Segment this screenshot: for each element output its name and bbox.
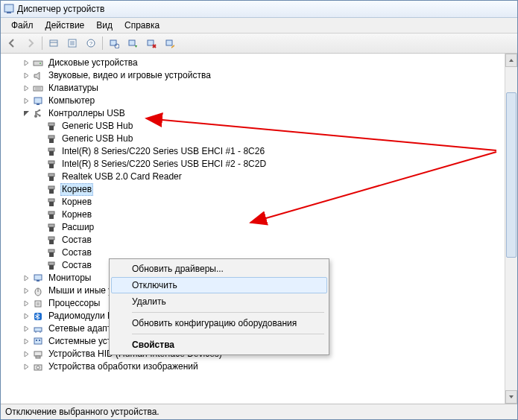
tree-node-label: Дисковые устройства bbox=[47, 57, 139, 69]
monitor-icon bbox=[32, 273, 44, 284]
svg-rect-12 bbox=[129, 40, 135, 45]
tree-node-usb-child-5[interactable]: Корнев bbox=[5, 183, 505, 196]
scrollbar-thumb[interactable] bbox=[506, 92, 517, 258]
svg-point-24 bbox=[34, 115, 37, 118]
computer-icon bbox=[32, 95, 44, 107]
toolbar-help-button[interactable]: ? bbox=[82, 34, 100, 52]
tree-node-usb-child-8[interactable]: Расшир bbox=[5, 221, 505, 234]
expander-icon[interactable] bbox=[22, 287, 31, 296]
tree-node-label: Состав bbox=[60, 234, 93, 246]
svg-rect-32 bbox=[48, 136, 54, 139]
vertical-scrollbar[interactable] bbox=[505, 54, 517, 404]
audio-icon bbox=[32, 70, 44, 82]
context-menu-properties[interactable]: Свойства bbox=[111, 337, 327, 353]
tree-node-usb-child-0[interactable]: Generic USB Hub bbox=[5, 120, 505, 133]
tree-node-usb-child-6[interactable]: Корнев bbox=[5, 196, 505, 209]
tree-node-usb-category[interactable]: Контроллеры USB bbox=[5, 107, 505, 120]
tree-node-usb-child-4[interactable]: Realtek USB 2.0 Card Reader bbox=[5, 171, 505, 183]
scroll-down-arrow-icon[interactable] bbox=[505, 390, 517, 404]
toolbar-update-driver-button[interactable] bbox=[124, 34, 142, 52]
tree-node-label: Компьютер bbox=[47, 95, 96, 107]
expander-icon[interactable] bbox=[22, 84, 31, 93]
tree-node-label: Корнев bbox=[60, 209, 93, 221]
tree-node-cat-top-1[interactable]: Звуковые, видео и игровые устройства bbox=[5, 69, 505, 82]
tree-node-label: Контроллеры USB bbox=[47, 107, 127, 120]
toolbar-back-button[interactable] bbox=[3, 34, 21, 52]
expander-icon[interactable] bbox=[22, 337, 31, 346]
toolbar-scan-button[interactable] bbox=[105, 34, 123, 52]
svg-text:?: ? bbox=[89, 40, 93, 47]
expander-icon[interactable] bbox=[22, 325, 31, 334]
menu-help[interactable]: Справка bbox=[119, 18, 165, 33]
tree-node-cat-top-3[interactable]: Компьютер bbox=[5, 95, 505, 107]
tree-node-usb-child-2[interactable]: Intel(R) 8 Series/C220 Series USB EHCI #… bbox=[5, 145, 505, 158]
svg-rect-37 bbox=[49, 164, 54, 168]
toolbar-properties-button[interactable] bbox=[63, 34, 81, 52]
menu-action[interactable]: Действие bbox=[40, 18, 91, 33]
context-menu-update-drivers[interactable]: Обновить драйверы... bbox=[111, 261, 327, 277]
tree-node-label: Intel(R) 8 Series/C220 Series USB EHCI #… bbox=[60, 145, 266, 158]
tree-node-cat-top-2[interactable]: Клавиатуры bbox=[5, 82, 505, 95]
svg-rect-64 bbox=[34, 338, 42, 344]
expander-icon[interactable] bbox=[22, 299, 31, 308]
svg-rect-33 bbox=[49, 139, 54, 143]
tree-node-usb-child-1[interactable]: Generic USB Hub bbox=[5, 133, 505, 145]
svg-rect-31 bbox=[49, 126, 54, 130]
hid-icon bbox=[32, 349, 44, 360]
expander-icon[interactable] bbox=[22, 363, 31, 372]
scroll-up-arrow-icon[interactable] bbox=[505, 54, 517, 67]
toolbar-disable-button[interactable] bbox=[161, 34, 179, 52]
usb-icon bbox=[45, 209, 57, 221]
svg-rect-61 bbox=[34, 328, 42, 331]
tree-node-usb-child-10[interactable]: Состав bbox=[5, 246, 505, 259]
svg-point-70 bbox=[37, 366, 40, 369]
expander-icon[interactable] bbox=[22, 109, 31, 118]
tree-node-usb-child-9[interactable]: Состав bbox=[5, 234, 505, 246]
context-menu-scan-hardware[interactable]: Обновить конфигурацию оборудования bbox=[111, 315, 327, 331]
tree-node-label: Клавиатуры bbox=[47, 82, 100, 95]
mouse-icon bbox=[32, 285, 44, 297]
expander-icon[interactable] bbox=[22, 71, 31, 80]
imaging-icon bbox=[32, 361, 44, 373]
svg-rect-65 bbox=[36, 340, 37, 341]
svg-rect-49 bbox=[49, 240, 54, 244]
disk-icon bbox=[32, 57, 44, 69]
context-menu-separator bbox=[132, 312, 324, 313]
tree-node-label: Расшир bbox=[60, 221, 95, 234]
tree-node-label: Состав bbox=[60, 259, 93, 272]
svg-rect-2 bbox=[50, 40, 57, 46]
expander-icon[interactable] bbox=[22, 59, 31, 68]
tree-node-usb-child-3[interactable]: Intel(R) 8 Series/C220 Series USB EHCI #… bbox=[5, 158, 505, 171]
toolbar-forward-button[interactable] bbox=[22, 34, 40, 52]
context-menu-delete[interactable]: Удалить bbox=[111, 293, 327, 310]
svg-rect-36 bbox=[48, 161, 54, 164]
toolbar-uninstall-button[interactable] bbox=[142, 34, 160, 52]
expander-icon[interactable] bbox=[22, 312, 31, 321]
status-bar: Отключение выбранного устройства. bbox=[1, 404, 517, 419]
tree-node-label: Процессоры bbox=[47, 297, 102, 310]
title-bar: Диспетчер устройств bbox=[1, 1, 517, 18]
context-menu-disable[interactable]: Отключить bbox=[111, 277, 327, 293]
usb-icon bbox=[45, 159, 57, 171]
usb-icon bbox=[45, 146, 57, 158]
expander-icon[interactable] bbox=[22, 274, 31, 283]
usb-icon bbox=[45, 121, 57, 133]
tree-node-usb-child-7[interactable]: Корнев bbox=[5, 209, 505, 221]
usb-icon bbox=[32, 108, 44, 120]
usb-icon bbox=[45, 133, 57, 145]
svg-rect-50 bbox=[48, 249, 54, 252]
usb-icon bbox=[45, 171, 57, 183]
tree-node-cat-bottom-7[interactable]: Устройства обработки изображений bbox=[5, 360, 505, 373]
menu-file[interactable]: Файл bbox=[5, 18, 40, 33]
window-title: Диспетчер устройств bbox=[17, 4, 104, 14]
tree-node-cat-top-0[interactable]: Дисковые устройства bbox=[5, 57, 505, 69]
status-text: Отключение выбранного устройства. bbox=[5, 407, 159, 417]
expander-icon[interactable] bbox=[22, 97, 31, 106]
expander-icon[interactable] bbox=[22, 350, 31, 359]
svg-rect-16 bbox=[166, 40, 172, 45]
toolbar-show-hidden-button[interactable] bbox=[45, 34, 63, 52]
menu-view[interactable]: Вид bbox=[90, 18, 119, 33]
svg-rect-39 bbox=[49, 176, 54, 181]
usb-icon bbox=[45, 247, 57, 259]
svg-rect-41 bbox=[49, 189, 54, 194]
